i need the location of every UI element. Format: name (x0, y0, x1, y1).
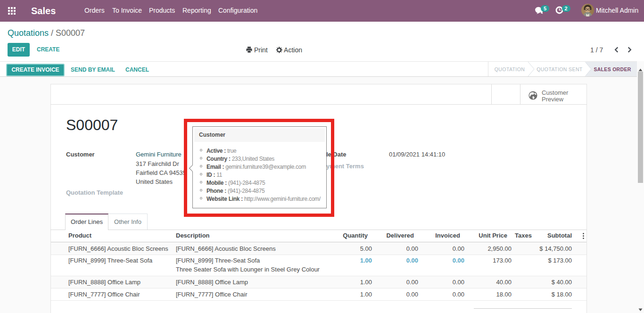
svg-text:QUOTATION SENT: QUOTATION SENT (537, 66, 583, 72)
svg-text:SALES ORDER: SALES ORDER (594, 66, 631, 72)
svg-text:QUOTATION: QUOTATION (495, 66, 525, 72)
